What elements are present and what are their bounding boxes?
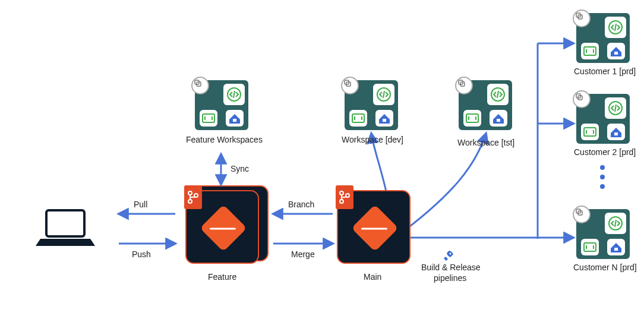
code-brackets-icon xyxy=(605,97,626,119)
stripe-square-icon xyxy=(463,110,481,127)
ellipsis-dot xyxy=(600,165,605,170)
code-brackets-icon xyxy=(487,84,509,105)
svg-rect-28 xyxy=(497,119,500,122)
label-ws-dev: Workspace [dev] xyxy=(342,135,403,144)
svg-rect-8 xyxy=(195,80,199,84)
label-pipelines-l1: Build & Release xyxy=(421,263,481,272)
stripe-square-icon xyxy=(581,124,599,140)
svg-point-1 xyxy=(188,191,192,195)
workspace-dev xyxy=(345,80,398,130)
svg-rect-35 xyxy=(614,52,618,55)
stripe-square-icon xyxy=(581,239,599,255)
house-icon xyxy=(226,110,244,127)
workspace-customer-2 xyxy=(576,94,630,144)
label-cust2: Customer 2 [prd] xyxy=(574,147,636,157)
svg-rect-9 xyxy=(197,82,201,86)
svg-rect-22 xyxy=(459,80,463,84)
svg-rect-14 xyxy=(233,119,236,122)
git-branch-icon xyxy=(336,185,353,209)
label-pipelines-l2: pipelines xyxy=(434,273,466,283)
label-custn: Customer N [prd] xyxy=(573,263,637,272)
workspace-customer-1 xyxy=(576,13,630,63)
stack-icon xyxy=(576,209,583,216)
svg-rect-16 xyxy=(346,82,351,86)
svg-rect-44 xyxy=(578,211,582,215)
svg-point-7 xyxy=(449,252,451,254)
git-diamond-icon xyxy=(200,204,247,251)
svg-rect-43 xyxy=(576,209,580,213)
repo-feature xyxy=(185,190,259,264)
ellipsis-dot xyxy=(600,175,605,179)
svg-rect-29 xyxy=(576,13,580,17)
label-push: Push xyxy=(132,249,151,259)
label-merge: Merge xyxy=(291,249,315,259)
label-pull: Pull xyxy=(134,200,147,209)
house-icon xyxy=(607,43,625,59)
house-icon xyxy=(607,124,625,140)
label-cust1: Customer 1 [prd] xyxy=(574,67,636,76)
label-sync: Sync xyxy=(231,164,249,173)
svg-point-5 xyxy=(340,200,343,203)
house-icon xyxy=(490,110,507,127)
stack-icon xyxy=(344,80,351,87)
stack-icon xyxy=(458,80,465,87)
house-icon xyxy=(607,239,625,255)
svg-rect-23 xyxy=(460,82,465,86)
git-diamond-icon xyxy=(351,204,398,251)
svg-rect-42 xyxy=(614,132,618,135)
stack-icon xyxy=(576,12,583,20)
code-brackets-icon xyxy=(605,213,626,234)
svg-rect-0 xyxy=(46,210,84,236)
label-ws-tst: Workspace [tst] xyxy=(457,138,514,147)
svg-point-4 xyxy=(340,191,343,195)
house-icon xyxy=(375,110,393,127)
label-main-repo: Main xyxy=(364,272,381,282)
svg-rect-21 xyxy=(383,119,386,122)
label-feature-ws: Feature Workspaces xyxy=(186,135,263,144)
svg-rect-37 xyxy=(578,96,582,100)
code-brackets-icon xyxy=(223,84,245,105)
repo-main xyxy=(337,190,411,264)
workspace-tst xyxy=(459,80,512,130)
stripe-square-icon xyxy=(200,110,217,127)
diagram-connectors xyxy=(0,0,644,319)
ellipsis-dot xyxy=(600,184,605,189)
svg-rect-15 xyxy=(345,80,349,84)
svg-rect-36 xyxy=(576,94,580,98)
code-brackets-icon xyxy=(373,84,394,105)
label-feature-repo: Feature xyxy=(208,272,236,282)
label-branch: Branch xyxy=(288,200,314,209)
git-branch-icon xyxy=(184,185,202,209)
rocket-icon xyxy=(442,249,455,263)
svg-rect-30 xyxy=(578,15,582,19)
stack-icon xyxy=(194,80,201,87)
workspace-customer-n xyxy=(576,209,630,259)
code-brackets-icon xyxy=(605,17,626,38)
stripe-square-icon xyxy=(581,43,599,59)
laptop-icon xyxy=(36,208,95,251)
svg-rect-49 xyxy=(614,248,618,251)
stripe-square-icon xyxy=(349,110,367,127)
stack-icon xyxy=(576,93,583,100)
svg-point-2 xyxy=(188,200,192,203)
workspace-feature xyxy=(195,80,248,130)
